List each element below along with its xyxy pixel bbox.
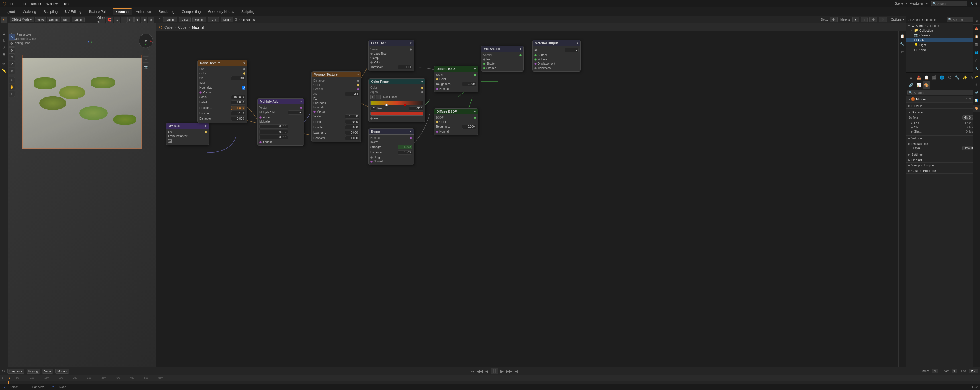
viewport-view-btn[interactable]: View: [35, 17, 46, 22]
tab-shading[interactable]: Shading: [113, 8, 132, 15]
voronoi-scale[interactable]: 13.700: [345, 114, 360, 119]
node-voronoi-collapse[interactable]: ▾: [357, 73, 359, 76]
playback-btn[interactable]: Playback: [7, 369, 24, 374]
viewport-add-btn[interactable]: Add: [61, 17, 71, 22]
outliner-item-camera[interactable]: 📷 Camera 👁: [906, 33, 980, 38]
viewport-object-btn[interactable]: Object: [72, 17, 84, 22]
solid-btn[interactable]: ●: [134, 16, 140, 23]
right-tab-world[interactable]: 🌐: [973, 49, 980, 56]
props-tab-world[interactable]: 🌐: [938, 73, 945, 81]
breadcrumb-cube2[interactable]: Cube: [178, 25, 186, 29]
node-diffuse-2-collapse[interactable]: ▾: [474, 110, 476, 113]
node-editor[interactable]: ⬡ Object View Select Add Node ☑ Use Node…: [156, 16, 906, 367]
outliner-item-collection[interactable]: ▼ 📁 Collection 👁: [906, 28, 980, 33]
node-color-ramp-collapse[interactable]: ▾: [422, 80, 423, 83]
voronoi-detail[interactable]: 0.000: [345, 120, 360, 124]
right-tab-output[interactable]: 📤: [973, 25, 980, 32]
cr-pos-value[interactable]: 0.347: [409, 106, 423, 111]
add-workspace-button[interactable]: +: [259, 9, 265, 14]
right-tab-material[interactable]: 🎨: [973, 105, 980, 112]
right-tab-scene[interactable]: 🎬: [973, 41, 980, 48]
props-tab-output[interactable]: 📤: [915, 73, 923, 81]
menu-file[interactable]: File: [8, 2, 18, 6]
next-frame-btn[interactable]: ▶: [500, 369, 504, 374]
select-tool-icon[interactable]: ↖: [1, 17, 7, 23]
tab-uv-editing[interactable]: UV Editing: [62, 8, 84, 15]
mo-all[interactable]: ▾: [565, 48, 579, 53]
props-search-box[interactable]: 🔍: [907, 90, 979, 95]
lt-threshold[interactable]: 0.100: [398, 65, 412, 69]
ne-object-btn[interactable]: Object: [163, 17, 177, 22]
start-value[interactable]: 1: [951, 369, 957, 374]
right-tab-modifiers[interactable]: 🔧: [973, 65, 980, 72]
section-vd-header[interactable]: ▶ Viewport Display: [908, 164, 978, 167]
current-frame-value[interactable]: 1: [932, 369, 938, 374]
zoom-in-btn[interactable]: +: [143, 49, 149, 55]
transform-tool-icon[interactable]: ⊕: [1, 51, 7, 57]
section-preview-header[interactable]: ▶ Preview: [908, 104, 978, 107]
cr-remove-btn[interactable]: −: [376, 95, 381, 99]
3d-viewport-scene[interactable]: ✛: [22, 46, 142, 149]
cr-stop-num[interactable]: 2: [371, 106, 376, 111]
slot-selector[interactable]: Slot 1: [821, 18, 828, 21]
top-search-input[interactable]: [937, 2, 966, 5]
props-tab-data[interactable]: 📊: [915, 81, 923, 89]
menu-edit[interactable]: Edit: [18, 2, 28, 6]
snap-btn[interactable]: 🧲: [106, 16, 113, 23]
active-material-name[interactable]: Material: [916, 97, 965, 101]
xray-btn[interactable]: ◫: [127, 16, 134, 23]
ne-material-add[interactable]: +: [861, 17, 868, 22]
zoom-out-btn[interactable]: −: [143, 56, 149, 63]
axis-gizmo[interactable]: x y z: [139, 33, 153, 48]
voronoi-roughness[interactable]: 0.000: [345, 125, 360, 129]
viewport-gizmo-icon[interactable]: ⊞: [8, 91, 15, 97]
cursor-tool-icon[interactable]: ✛: [1, 24, 7, 30]
cr-stop-2[interactable]: [404, 104, 406, 106]
menu-help[interactable]: Help: [60, 2, 72, 6]
tab-compositing[interactable]: Compositing: [178, 8, 204, 15]
ne-node-btn[interactable]: Node: [221, 17, 233, 22]
section-cp-header[interactable]: ▶ Custom Properties: [908, 169, 978, 172]
ne-view-tab[interactable]: 👁: [899, 48, 906, 56]
cr-stop-1[interactable]: [385, 104, 388, 106]
node-diffuse-1-collapse[interactable]: ▾: [474, 67, 476, 70]
breadcrumb-cube1[interactable]: Cube: [164, 25, 173, 29]
node-noise-collapse[interactable]: ▾: [243, 62, 245, 65]
global-transform-btn[interactable]: Global ▾: [99, 16, 105, 23]
timeline-ruler[interactable]: 1 1 50 100 150 200 250 300 350 400 450 5…: [0, 375, 980, 380]
section-settings-header[interactable]: ▶ Settings: [908, 153, 978, 156]
viewport-canvas[interactable]: User Perspective (1) Collection | Cube R…: [8, 23, 156, 367]
play-stop-btn[interactable]: ⏸: [491, 368, 498, 374]
viewport-select-btn[interactable]: Select: [47, 17, 60, 22]
props-tab-material[interactable]: 🎨: [923, 81, 930, 89]
jump-start-btn[interactable]: ⏮: [471, 369, 474, 374]
node-canvas[interactable]: UV Map ▾ UV From Instancer 🖼: [156, 31, 906, 367]
menu-window[interactable]: Window: [44, 2, 60, 6]
outliner-item-cube[interactable]: ⬡ Cube 👁: [906, 38, 980, 43]
mult-z-value[interactable]: 0.010: [259, 135, 288, 139]
props-tab-modifier[interactable]: 🔧: [953, 73, 961, 81]
node-less-than-collapse[interactable]: ▾: [410, 41, 412, 45]
use-nodes-checkbox[interactable]: ☑: [235, 18, 238, 21]
marker-btn[interactable]: Marker: [55, 369, 69, 374]
sha1-subsection[interactable]: ▶ Sha... Diffuse ...: [911, 125, 978, 129]
ne-item-tab[interactable]: 📋: [899, 32, 906, 40]
keying-btn[interactable]: Keying: [27, 369, 40, 374]
scale-tool-icon[interactable]: ⤢: [1, 45, 7, 51]
end-value[interactable]: 250: [969, 369, 978, 374]
rotate-tool-icon[interactable]: ↻: [1, 38, 7, 44]
noise-scale-value[interactable]: 100.000: [231, 95, 245, 99]
top-search-box[interactable]: 🔍: [931, 1, 967, 6]
section-line-art-header[interactable]: ▶ Line Art: [908, 158, 978, 162]
section-volume-header[interactable]: ▶ Volume: [908, 137, 978, 140]
node-mo-collapse[interactable]: ▾: [577, 41, 578, 45]
rendered-btn[interactable]: ◈: [148, 16, 154, 23]
voronoi-randomize[interactable]: 1.000: [345, 136, 360, 140]
viewport-annotate-icon[interactable]: ✏: [8, 77, 15, 83]
tab-texture-paint[interactable]: Texture Paint: [85, 8, 112, 15]
annotate-icon[interactable]: ✏: [1, 61, 7, 67]
camera-view-btn[interactable]: 📷: [143, 64, 149, 70]
voronoi-lacunarity[interactable]: 0.000: [345, 131, 360, 135]
outliner-item-scene-collection[interactable]: ▼ 🗂 Scene Collection 👁: [906, 23, 980, 28]
right-tab-view-layer[interactable]: 📋: [973, 33, 980, 40]
